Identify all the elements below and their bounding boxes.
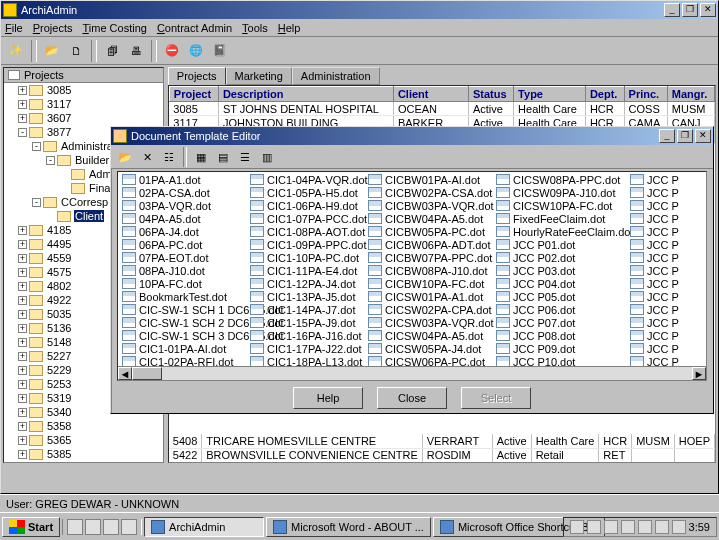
file-item[interactable]: CICBW01PA-AI.dot [364, 173, 492, 186]
file-item[interactable]: JCC P08.dot [492, 329, 626, 342]
file-item[interactable]: JCC P06.dot [492, 303, 626, 316]
tb-stop-icon[interactable]: ⛔ [161, 40, 183, 62]
file-item[interactable]: JCC P02.dot [492, 251, 626, 264]
tree-node-5385[interactable]: +5385 [4, 447, 163, 461]
file-item[interactable]: CICBW02PA-CSA.dot [364, 186, 492, 199]
tree-node-3607[interactable]: +3607 [4, 111, 163, 125]
tray-icon-7[interactable] [672, 520, 686, 534]
file-item[interactable]: CICSW01PA-A1.dot [364, 290, 492, 303]
file-item[interactable]: CICSW05PA-J4.dot [364, 342, 492, 355]
file-item[interactable]: JCC P [626, 186, 686, 199]
close-button[interactable]: ✕ [700, 3, 716, 17]
table-row[interactable]: 3085ST JOHNS DENTAL HOSPITALOCEANActiveH… [169, 102, 714, 116]
col-client[interactable]: Client [393, 87, 468, 102]
minimize-button[interactable]: _ [664, 3, 680, 17]
col-project[interactable]: Project [169, 87, 218, 102]
expand-icon[interactable]: + [18, 324, 27, 333]
file-item[interactable]: JCC P [626, 173, 686, 186]
expand-icon[interactable]: + [18, 254, 27, 263]
tb-wizard-icon[interactable]: ✨ [5, 40, 27, 62]
file-item[interactable]: CICSW09PA-J10.dot [492, 186, 626, 199]
file-item[interactable]: CICBW06PA-ADT.dot [364, 238, 492, 251]
menu-projects[interactable]: Projects [33, 22, 73, 34]
maximize-button[interactable]: ❐ [682, 3, 698, 17]
expand-icon[interactable]: + [18, 114, 27, 123]
file-item[interactable]: BookmarkTest.dot [118, 290, 246, 303]
file-item[interactable]: CIC1-06PA-H9.dot [246, 199, 364, 212]
tb-open-icon[interactable]: 📂 [41, 40, 63, 62]
menu-contract-admin[interactable]: Contract Admin [157, 22, 232, 34]
file-item[interactable]: CICSW10PA-FC.dot [492, 199, 626, 212]
tree-node-5365[interactable]: +5365 [4, 433, 163, 447]
tree-node-5393[interactable]: +5393 [4, 461, 163, 463]
ql-icon-3[interactable] [103, 519, 119, 535]
app-titlebar[interactable]: ArchiAdmin _ ❐ ✕ [1, 1, 718, 19]
expand-icon[interactable]: + [18, 380, 27, 389]
expand-icon[interactable]: + [18, 408, 27, 417]
file-item[interactable]: JCC P [626, 329, 686, 342]
expand-icon[interactable]: + [18, 268, 27, 277]
file-item[interactable]: CICBW07PA-PPC.dot [364, 251, 492, 264]
tb-print-icon[interactable]: 🖶 [125, 40, 147, 62]
file-item[interactable]: JCC P [626, 251, 686, 264]
file-item[interactable]: CICSW04PA-A5.dot [364, 329, 492, 342]
menu-file[interactable]: File [5, 22, 23, 34]
file-item[interactable]: CICBW05PA-PC.dot [364, 225, 492, 238]
modal-titlebar[interactable]: Document Template Editor _ ❐ ✕ [111, 127, 713, 145]
col-description[interactable]: Description [218, 87, 393, 102]
expand-icon[interactable]: + [18, 226, 27, 235]
tab-administration[interactable]: Administration [292, 67, 380, 85]
file-item[interactable]: CIC1-16PA-J16.dot [246, 329, 364, 342]
mt-details-icon[interactable]: ▥ [257, 147, 277, 167]
file-item[interactable]: CIC1-05PA-H5.dot [246, 186, 364, 199]
template-file-list[interactable]: 01PA-A1.dot02PA-CSA.dot03PA-VQR.dot04PA-… [117, 171, 707, 381]
expand-icon[interactable]: + [18, 100, 27, 109]
file-item[interactable]: CICBW03PA-VQR.dot [364, 199, 492, 212]
expand-icon[interactable]: + [18, 240, 27, 249]
file-item[interactable]: CIC1-04PA-VQR.dot [246, 173, 364, 186]
select-button[interactable]: Select [461, 387, 531, 409]
help-button[interactable]: Help [293, 387, 363, 409]
tb-new-icon[interactable]: 🗋 [65, 40, 87, 62]
file-item[interactable]: CIC1-10PA-PC.dot [246, 251, 364, 264]
file-item[interactable]: 04PA-A5.dot [118, 212, 246, 225]
tray-icon-3[interactable] [604, 520, 618, 534]
file-item[interactable]: CIC-SW-1 SCH 2 DC6-95.dot [118, 316, 246, 329]
file-item[interactable]: JCC P [626, 290, 686, 303]
expand-icon[interactable]: + [18, 394, 27, 403]
mt-open-icon[interactable]: 📂 [115, 147, 135, 167]
file-item[interactable]: JCC P [626, 225, 686, 238]
mt-large-icons-icon[interactable]: ▦ [191, 147, 211, 167]
tray-icon-5[interactable] [638, 520, 652, 534]
tray-icon-1[interactable] [570, 520, 584, 534]
expand-icon[interactable]: + [18, 338, 27, 347]
file-item[interactable]: FixedFeeClaim.dot [492, 212, 626, 225]
col-mangr[interactable]: Mangr. [667, 87, 714, 102]
taskbar-task[interactable]: ArchiAdmin [144, 517, 264, 537]
ql-icon-2[interactable] [85, 519, 101, 535]
file-item[interactable]: CIC-SW-1 SCH 3 DC6-95.dot [118, 329, 246, 342]
tb-book-icon[interactable]: 📓 [209, 40, 231, 62]
file-item[interactable]: CICBW04PA-A5.dot [364, 212, 492, 225]
file-item[interactable]: 07PA-EOT.dot [118, 251, 246, 264]
table-row[interactable]: 5422BROWNSVILLE CONVENIENCE CENTREROSDIM… [169, 448, 715, 462]
file-item[interactable]: JCC P [626, 316, 686, 329]
file-item[interactable]: 10PA-FC.dot [118, 277, 246, 290]
expand-icon[interactable]: + [18, 86, 27, 95]
mt-properties-icon[interactable]: ☷ [159, 147, 179, 167]
mt-small-icons-icon[interactable]: ▤ [213, 147, 233, 167]
file-item[interactable]: 03PA-VQR.dot [118, 199, 246, 212]
expand-icon[interactable]: - [32, 142, 41, 151]
close-dialog-button[interactable]: Close [377, 387, 447, 409]
tree-node-5358[interactable]: +5358 [4, 419, 163, 433]
col-status[interactable]: Status [468, 87, 513, 102]
tray-icon-6[interactable] [655, 520, 669, 534]
file-item[interactable]: CIC1-12PA-J4.dot [246, 277, 364, 290]
file-item[interactable]: JCC P07.dot [492, 316, 626, 329]
file-item[interactable]: CICBW08PA-J10.dot [364, 264, 492, 277]
file-item[interactable]: CIC1-09PA-PPC.dot [246, 238, 364, 251]
menu-help[interactable]: Help [278, 22, 301, 34]
ql-icon-1[interactable] [67, 519, 83, 535]
file-item[interactable]: HourlyRateFeeClaim.dot [492, 225, 626, 238]
tree-node-3117[interactable]: +3117 [4, 97, 163, 111]
